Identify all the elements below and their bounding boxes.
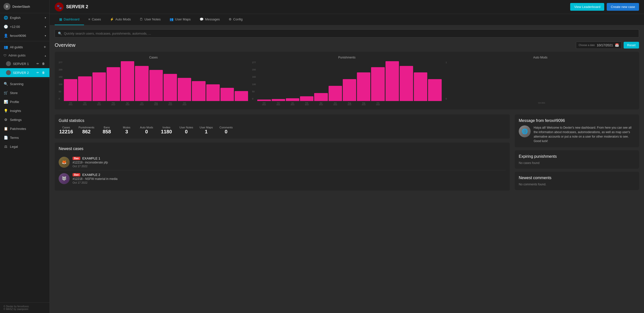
settings-label: Settings bbox=[10, 118, 22, 122]
sidebar-item-profile[interactable]: 📊 Profile bbox=[0, 97, 50, 106]
terms-icon: 📄 bbox=[4, 136, 8, 140]
legal-icon: ⚖ bbox=[4, 145, 8, 149]
overview-header: Overview Choose a date 10/17/2021 📅 Rese… bbox=[55, 42, 639, 49]
case-item-1[interactable]: 🦊 Ban EXAMPLE 1 #12219 - inconsiderate p… bbox=[59, 154, 506, 170]
profile-label: Profile bbox=[10, 100, 19, 104]
topbar: 🐾 SERVER 2 View Leaderboard Create new c… bbox=[50, 0, 644, 14]
clock-icon: 🕐 bbox=[4, 25, 8, 29]
message-panel-title: Message from ferox#9096 bbox=[519, 118, 635, 123]
stat-comments-label: Comments bbox=[219, 126, 234, 129]
server2-edit-button[interactable]: ✏ bbox=[36, 70, 40, 75]
tab-dashboard[interactable]: ▦ Dashboard bbox=[55, 14, 84, 25]
tab-usernotes[interactable]: 🗒 User Notes bbox=[135, 14, 165, 25]
server1-edit-button[interactable]: ✏ bbox=[36, 62, 40, 66]
stat-invites-value: 1180 bbox=[159, 129, 174, 135]
sidebar-divider-1 bbox=[0, 41, 50, 41]
create-new-case-button[interactable]: Create new case bbox=[607, 3, 639, 11]
tab-cases[interactable]: ≡ Cases bbox=[84, 14, 106, 25]
search-input[interactable] bbox=[64, 32, 636, 35]
sidebar-item-account[interactable]: 👤 ferox#9096 ▾ bbox=[0, 31, 50, 40]
server2-delete-button[interactable]: 🗑 bbox=[41, 70, 46, 75]
side-panels: Message from ferox#9096 🌐 Haiya all! Wel… bbox=[515, 114, 639, 191]
stat-cases-value: 12216 bbox=[59, 129, 74, 135]
case1-info: Ban EXAMPLE 1 #12219 - inconsiderate pfp… bbox=[72, 157, 506, 168]
punishments-chart: Punishments 277200160100500 bbox=[252, 56, 442, 106]
messages-tab-label: Messages bbox=[205, 18, 220, 21]
usermaps-tab-label: User Maps bbox=[175, 18, 191, 21]
tab-automods[interactable]: ⚡ Auto Mods bbox=[106, 14, 135, 25]
msg-avatar: 🌐 bbox=[519, 125, 531, 137]
guild-stats-card: Guild statistics Cases 12216 Punishments… bbox=[55, 114, 510, 139]
sidebar-item-terms[interactable]: 📄 Terms bbox=[0, 133, 50, 142]
sidebar-item-store[interactable]: 🛒 Store bbox=[0, 88, 50, 97]
case1-ban-badge: Ban bbox=[72, 157, 80, 160]
stat-mutes: Mutes 3 bbox=[119, 126, 134, 135]
case1-name-row: Ban EXAMPLE 1 bbox=[72, 157, 506, 160]
stat-usernotes-label: User Notes bbox=[179, 126, 194, 129]
view-leaderboard-button[interactable]: View Leaderboard bbox=[570, 3, 604, 11]
topbar-server-name: SERVER 2 bbox=[66, 4, 88, 10]
tab-config[interactable]: ⚙ Config bbox=[224, 14, 247, 25]
case-item-2[interactable]: 🐺 Ban EXAMPLE 2 #12218 - NSFW material i… bbox=[59, 170, 506, 187]
all-guilds-label: All guilds bbox=[10, 45, 23, 49]
stat-comments: Comments 0 bbox=[219, 126, 234, 135]
expiring-punishments-empty: No cases found bbox=[519, 161, 635, 165]
sidebar-item-settings[interactable]: ⚙ Settings bbox=[0, 115, 50, 124]
sidebar-item-language[interactable]: 🌐 English ▾ bbox=[0, 13, 50, 22]
sidebar-item-all-guilds[interactable]: 👥 All guilds + bbox=[0, 42, 50, 52]
config-tab-label: Config bbox=[233, 18, 242, 21]
dashboard-tab-icon: ▦ bbox=[59, 18, 62, 21]
case1-name: EXAMPLE 1 bbox=[82, 157, 100, 160]
sidebar-server-2[interactable]: SERVER 2 ✏ 🗑 bbox=[0, 68, 50, 77]
tab-messages[interactable]: 💬 Messages bbox=[195, 14, 224, 25]
stat-bans-label: Bans bbox=[100, 126, 114, 129]
account-arrow: ▾ bbox=[45, 34, 46, 37]
config-tab-icon: ⚙ bbox=[229, 18, 232, 21]
automods-tab-label: Auto Mods bbox=[115, 18, 131, 21]
tab-usermaps[interactable]: 👥 User Maps bbox=[165, 14, 195, 25]
footer-line1: © Dexter by feroxfoxxo bbox=[4, 305, 46, 308]
sidebar-username: DexterSlash bbox=[12, 5, 46, 9]
message-text: Haiya all! Welcome to Dexter's new dashb… bbox=[534, 125, 635, 143]
stat-automods-label: Auto Mods bbox=[139, 126, 154, 129]
reset-button[interactable]: Reset bbox=[624, 42, 639, 49]
newest-comments-panel: Newest comments No comments found. bbox=[515, 172, 639, 190]
sidebar-server-1[interactable]: SERVER 1 ✏ 🗑 bbox=[0, 59, 50, 68]
sidebar-item-scanning[interactable]: 🔍 Scanning bbox=[0, 79, 50, 88]
date-picker-box[interactable]: Choose a date 10/17/2021 📅 bbox=[576, 42, 622, 49]
patchnotes-label: Patchnotes bbox=[10, 127, 26, 131]
newest-cases-card: Newest cases 🦊 Ban EXAMPLE 1 #12219 - in… bbox=[55, 143, 510, 191]
case2-ban-badge: Ban bbox=[72, 173, 80, 176]
stat-comments-value: 0 bbox=[219, 129, 234, 135]
insights-icon: 💡 bbox=[4, 109, 8, 113]
stat-automods-value: 0 bbox=[139, 129, 154, 135]
message-panel: Message from ferox#9096 🌐 Haiya all! Wel… bbox=[515, 114, 639, 147]
sidebar-item-legal[interactable]: ⚖ Legal bbox=[0, 142, 50, 151]
server1-name: SERVER 1 bbox=[13, 62, 29, 66]
admin-guilds-icon: 🛡 bbox=[4, 54, 6, 57]
timezone-label: +12:00 bbox=[10, 25, 20, 29]
date-picker-area: Choose a date 10/17/2021 📅 Reset bbox=[576, 42, 639, 49]
stat-mutes-value: 3 bbox=[119, 129, 134, 135]
server1-delete-button[interactable]: 🗑 bbox=[41, 62, 46, 66]
content-area: ▦ Dashboard ≡ Cases ⚡ Auto Mods 🗒 User N… bbox=[50, 14, 644, 313]
sidebar-user[interactable]: D DexterSlash bbox=[0, 0, 50, 13]
stat-usermaps-value: 1 bbox=[199, 129, 214, 135]
tab-bar: ▦ Dashboard ≡ Cases ⚡ Auto Mods 🗒 User N… bbox=[50, 14, 644, 25]
overview-title: Overview bbox=[55, 42, 75, 48]
sidebar-group-admin-guilds[interactable]: 🛡 Admin guilds ▴ bbox=[0, 52, 50, 59]
topbar-server-icon: 🐾 bbox=[55, 3, 64, 12]
sidebar-item-timezone[interactable]: 🕐 +12:00 ▾ bbox=[0, 22, 50, 31]
newest-comments-title: Newest comments bbox=[519, 176, 635, 180]
account-icon: 👤 bbox=[4, 34, 8, 38]
sidebar-item-patchnotes[interactable]: 📋 Patchnotes bbox=[0, 124, 50, 133]
search-bar: 🔍 bbox=[55, 29, 639, 38]
admin-guilds-arrow: ▴ bbox=[45, 54, 46, 57]
expiring-punishments-title: Expiring punishments bbox=[519, 154, 635, 159]
sidebar-item-insights[interactable]: 💡 Insights bbox=[0, 106, 50, 115]
cases-chart: Cases 277200150100500 bbox=[59, 56, 248, 106]
server2-actions: ✏ 🗑 bbox=[36, 70, 46, 75]
date-label: Choose a date bbox=[579, 44, 595, 47]
add-guild-icon[interactable]: + bbox=[44, 45, 46, 49]
insights-label: Insights bbox=[10, 109, 21, 113]
